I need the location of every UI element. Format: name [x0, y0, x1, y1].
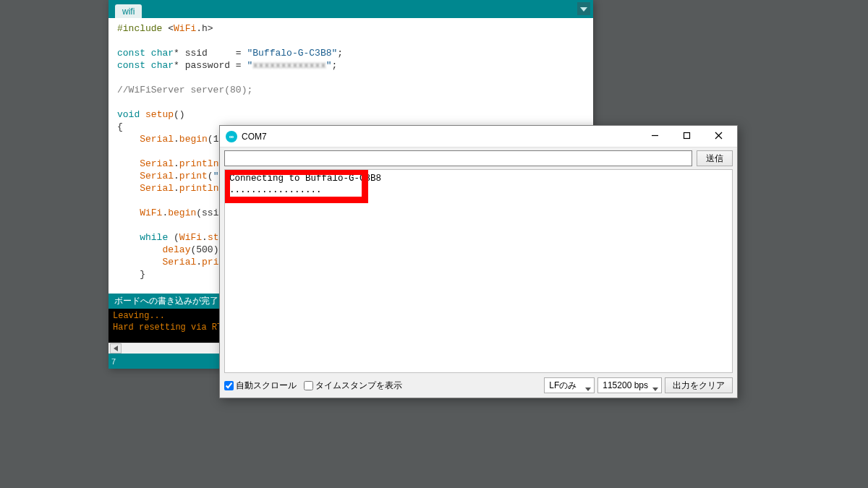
maximize-icon	[683, 132, 691, 142]
ide-tab-wifi[interactable]: wifi	[115, 4, 142, 18]
ide-tab-bar: wifi	[109, 0, 593, 18]
serial-output[interactable]: Connecting to Buffalo-G-C3B8 ...........…	[224, 169, 733, 373]
serial-footer: 自動スクロール タイムスタンプを表示 LFのみ 115200 bps 出力をクリ…	[220, 373, 737, 398]
maximize-button[interactable]	[671, 126, 702, 147]
chevron-down-icon	[652, 383, 658, 387]
footer-line-number: 7	[111, 357, 116, 366]
svg-rect-1	[684, 132, 689, 138]
scroll-left-button[interactable]	[110, 343, 122, 354]
close-button[interactable]	[702, 126, 734, 147]
tab-menu-button[interactable]	[577, 2, 590, 15]
line-ending-select[interactable]: LFのみ	[544, 377, 595, 393]
minimize-icon	[651, 132, 659, 142]
timestamp-checkbox[interactable]: タイムスタンプを表示	[304, 380, 402, 392]
chevron-down-icon	[580, 4, 587, 14]
arduino-app-icon: ∞	[226, 131, 237, 142]
line-ending-value: LFのみ	[549, 380, 576, 392]
minimize-button[interactable]	[639, 126, 671, 147]
serial-send-button[interactable]: 送信	[697, 150, 733, 166]
serial-send-row: 送信	[220, 147, 737, 169]
ide-tab-label: wifi	[122, 7, 135, 17]
chevron-left-icon	[114, 343, 118, 354]
close-icon	[715, 132, 723, 142]
baud-value: 115200 bps	[603, 380, 648, 390]
serial-window-title: COM7	[242, 132, 639, 142]
serial-send-input[interactable]	[224, 150, 692, 166]
chevron-down-icon	[585, 383, 591, 387]
serial-output-text: Connecting to Buffalo-G-C3B8 ...........…	[225, 170, 732, 199]
autoscroll-input[interactable]	[224, 381, 234, 390]
clear-output-button[interactable]: 出力をクリア	[665, 377, 733, 393]
serial-titlebar[interactable]: ∞ COM7	[220, 126, 737, 147]
baud-select[interactable]: 115200 bps	[597, 377, 662, 393]
timestamp-input[interactable]	[304, 381, 313, 390]
autoscroll-label: 自動スクロール	[236, 380, 297, 392]
timestamp-label: タイムスタンプを表示	[315, 380, 402, 392]
serial-monitor-window: ∞ COM7 送信 Connecting to Buffalo-G-C3B8 .…	[219, 125, 738, 398]
autoscroll-checkbox[interactable]: 自動スクロール	[224, 380, 297, 392]
